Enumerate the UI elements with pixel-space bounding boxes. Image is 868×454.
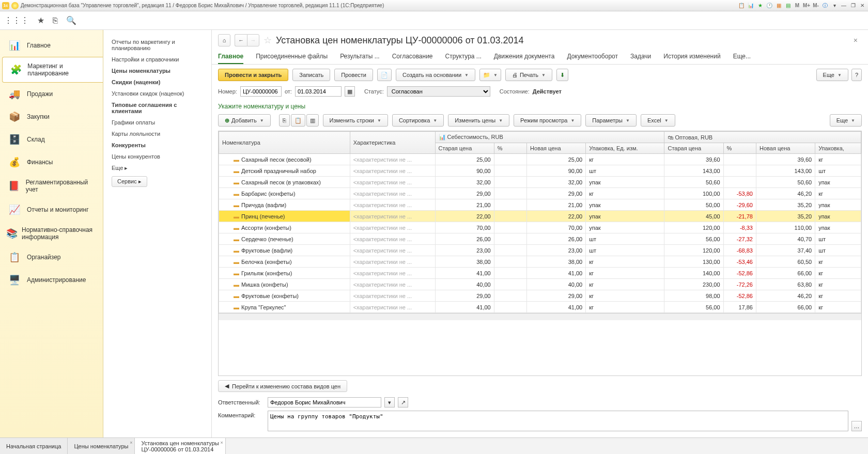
more-button[interactable]: Еще▼ [816, 69, 848, 81]
col-pct-2[interactable]: % [723, 143, 756, 154]
close-icon[interactable]: ✕ [859, 2, 866, 9]
barcode-icon[interactable]: ▥ [306, 114, 319, 127]
date-input[interactable] [295, 86, 342, 97]
post-button[interactable]: Провести [334, 69, 373, 81]
subnav-item[interactable]: Цены номенклатуры [107, 65, 207, 76]
table-row[interactable]: ▬Барбарис (конфеты)<характеристики не ..… [219, 188, 861, 199]
calc-icon[interactable]: ▦ [775, 2, 782, 9]
sort-button[interactable]: Сортировка▼ [392, 114, 444, 127]
responsible-input[interactable] [268, 397, 381, 408]
dropdown-icon[interactable] [11, 2, 19, 9]
col-new-price[interactable]: Новая цена [527, 143, 586, 154]
table-row[interactable]: ▬Фруктовые (конфеты)<характеристики не .… [219, 290, 861, 302]
home-button[interactable]: ⌂ [218, 34, 230, 46]
m-button[interactable]: M [794, 2, 801, 9]
bottom-tab[interactable]: Цены номенклатуры× [68, 438, 135, 454]
table-row[interactable]: ▬Фруктовые (вафли)<характеристики не ...… [219, 245, 861, 256]
subnav-item[interactable]: Скидки (наценки) [107, 76, 207, 88]
col-nomen[interactable]: Номенклатура [219, 132, 350, 154]
doc-tab[interactable]: Главное [218, 51, 243, 64]
minimize-icon[interactable]: — [840, 2, 847, 9]
history-icon[interactable]: 🕐 [766, 2, 773, 9]
paste-icon[interactable]: 📋 [291, 114, 305, 127]
col-pct[interactable]: % [494, 143, 526, 154]
col-group-cost[interactable]: 📊 Себестоимость, RUB [435, 132, 664, 143]
nav-item[interactable]: 📊Главное [0, 34, 103, 57]
add-button[interactable]: ⊕Добавить▼ [218, 114, 271, 127]
view-mode-button[interactable]: Режим просмотра▼ [514, 114, 581, 127]
horizontal-scrollbar[interactable] [219, 313, 861, 320]
status-select[interactable]: Согласован [387, 86, 490, 97]
subnav-item[interactable]: Графики оплаты [107, 117, 207, 128]
table-row[interactable]: ▬Грильяж (конфеты)<характеристики не ...… [219, 268, 861, 279]
subnav-item[interactable]: Установки скидок (наценок) [107, 88, 207, 99]
table-row[interactable]: ▬Причуда (вафли)<характеристики не ...21… [219, 199, 861, 211]
doc-tab[interactable]: Документооборот [567, 51, 618, 64]
doc-tab[interactable]: Результаты ... [340, 51, 380, 64]
favorite-star-icon[interactable]: ☆ [264, 35, 272, 46]
doc-tab[interactable]: История изменений [663, 51, 720, 64]
table-wrap[interactable]: Номенклатура Характеристика 📊 Себестоимо… [218, 131, 862, 376]
calendar-icon[interactable]: ▦ [345, 86, 355, 97]
open-ref-icon[interactable]: ↗ [398, 397, 408, 408]
subnav-item[interactable]: Карты лояльности [107, 128, 207, 139]
doc-tab[interactable]: Движения документа [494, 51, 555, 64]
service-button[interactable]: Сервис ▸ [112, 176, 147, 187]
table-row[interactable]: ▬Мишка (конфеты)<характеристики не ...40… [219, 279, 861, 290]
nav-item[interactable]: 🧩Маркетинг и планирование [2, 57, 103, 83]
select-dropdown-icon[interactable]: ▾ [384, 397, 395, 408]
doc-tab[interactable]: Задачи [630, 51, 651, 64]
apps-icon[interactable]: ⋮⋮⋮ [4, 15, 29, 25]
nav-item[interactable]: 💰Финансы [0, 151, 103, 174]
report-icon[interactable]: 📄 [377, 69, 392, 81]
forward-button[interactable]: → [247, 34, 259, 46]
nav-item[interactable]: 📋Органайзер [0, 246, 103, 269]
table-row[interactable]: ▬Белочка (конфеты)<характеристики не ...… [219, 256, 861, 268]
tab-close-icon[interactable]: × [220, 440, 223, 445]
col-char[interactable]: Характеристика [350, 132, 435, 154]
nav-item[interactable]: 📕Регламентированный учет [0, 174, 103, 198]
col-pack[interactable]: Упаковка, Ед. изм. [586, 143, 664, 154]
nav-item[interactable]: 🖥️Администрирование [0, 269, 103, 291]
calendar-icon[interactable]: ▤ [784, 2, 792, 9]
maximize-icon[interactable]: ❐ [849, 2, 857, 9]
table-row[interactable]: ▬Сахарный песок (в упаковках)<характерис… [219, 177, 861, 188]
subnav-item[interactable]: Цены конкурентов [107, 151, 207, 162]
tab-close-icon[interactable]: × [130, 440, 132, 445]
subnav-more[interactable]: Еще ▸ [107, 162, 207, 174]
nav-item[interactable]: 🗄️Склад [0, 128, 103, 151]
nav-item[interactable]: 🚚Продажи [0, 83, 103, 105]
comment-input[interactable] [268, 411, 848, 431]
table-row[interactable]: ▬Ассорти (конфеты)<характеристики не ...… [219, 222, 861, 233]
save-button[interactable]: Записать [292, 69, 330, 81]
info-icon[interactable]: ⓘ [822, 2, 829, 9]
table-row[interactable]: ▬Сердечко (печенье)<характеристики не ..… [219, 233, 861, 245]
dropdown-icon[interactable]: ▾ [831, 2, 838, 9]
table-row[interactable]: ▬Детский праздничный набор<характеристик… [219, 165, 861, 177]
col-old-price[interactable]: Старая цена [435, 143, 494, 154]
subnav-item[interactable]: Типовые соглашения с клиентами [107, 99, 207, 117]
post-close-button[interactable]: Провести и закрыть [218, 69, 288, 81]
subnav-item[interactable]: Конкуренты [107, 139, 207, 151]
nav-item[interactable]: 📦Закупки [0, 105, 103, 128]
help-button[interactable]: ? [851, 69, 862, 81]
col-group-wholesale[interactable]: 🛍 Оптовая, RUB [664, 132, 861, 143]
change-rows-button[interactable]: Изменить строки▼ [323, 114, 388, 127]
search-icon[interactable]: 🔍 [66, 15, 76, 25]
page-icon[interactable]: ⎘ [53, 16, 58, 25]
goto-price-types-button[interactable]: ◀ Перейти к изменению состава видов цен [218, 380, 347, 392]
m-minus-button[interactable]: M- [812, 2, 819, 9]
col-new-price-2[interactable]: Новая цена [756, 143, 815, 154]
subnav-item[interactable]: Отчеты по маркетингу и планированию [107, 36, 207, 54]
nav-item[interactable]: 📚Нормативно-справочная информация [0, 221, 103, 246]
star-icon[interactable]: ★ [37, 15, 44, 25]
table-row[interactable]: ▬Принц (печенье)<характеристики не ...22… [219, 211, 861, 222]
doc-close-button[interactable]: × [849, 36, 862, 44]
col-pack-2[interactable]: Упаковка, [815, 143, 861, 154]
table-row[interactable]: ▬Крупа "Геркулес"<характеристики не ...4… [219, 302, 861, 313]
expand-icon[interactable]: … [851, 421, 862, 431]
nav-item[interactable]: 📈Отчеты и мониторинг [0, 198, 103, 221]
print-button[interactable]: 🖨Печать▼ [505, 69, 552, 81]
change-prices-button[interactable]: Изменить цены▼ [448, 114, 509, 127]
copy-icon[interactable]: ⎘ [279, 114, 290, 127]
